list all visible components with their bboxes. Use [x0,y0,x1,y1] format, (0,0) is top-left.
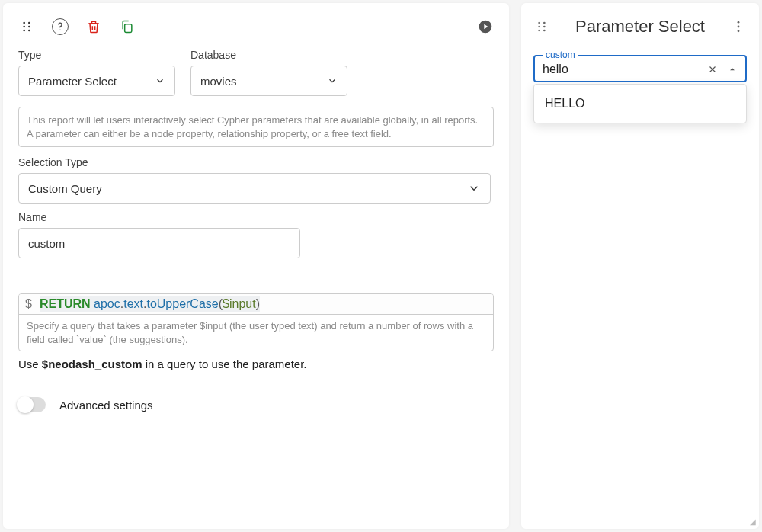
svg-point-12 [543,26,546,28]
svg-point-1 [28,22,30,24]
type-description: This report will let users interactively… [18,107,494,147]
svg-point-13 [538,30,540,32]
header-left-icons [18,18,136,35]
clear-icon[interactable] [707,64,718,75]
svg-rect-7 [125,24,132,33]
preview-panel: Parameter Select hello HELLO ◢ [521,3,759,529]
usage-hint: Use $neodash_custom in a query to use th… [18,357,494,370]
query-line[interactable]: $ RETURN apoc.text.toUpperCase($input) [19,294,493,314]
svg-point-16 [738,26,740,28]
drag-handle-icon[interactable] [18,18,35,35]
svg-point-6 [59,30,60,30]
type-select[interactable]: Parameter Select [18,66,175,96]
drag-handle-icon[interactable] [533,18,550,35]
query-editor: $ RETURN apoc.text.toUpperCase($input) S… [18,293,494,351]
svg-point-9 [538,22,540,24]
copy-icon[interactable] [119,18,136,35]
svg-point-11 [538,26,540,28]
svg-point-10 [543,22,546,24]
svg-point-2 [23,26,25,28]
help-icon[interactable] [52,18,69,35]
selection-type-field: Selection Type Custom Query [18,156,494,204]
advanced-settings-label: Advanced settings [59,399,153,412]
chevron-down-icon [155,75,165,86]
database-select[interactable]: movies [190,66,347,96]
advanced-settings-toggle[interactable] [18,397,46,412]
svg-point-14 [543,30,546,32]
type-value: Parameter Select [28,75,117,88]
database-label: Database [190,49,347,61]
name-input[interactable] [18,228,300,258]
preview-title: Parameter Select [575,17,705,37]
combobox-dropdown: HELLO [533,84,747,123]
editor-header [18,18,494,35]
svg-point-4 [23,30,25,32]
svg-point-15 [738,21,740,24]
combobox-value: hello [543,62,568,76]
prompt-symbol: $ [25,297,32,311]
trash-icon[interactable] [85,18,102,35]
query-text: RETURN apoc.text.toUpperCase($input) [40,296,260,312]
selection-type-label: Selection Type [18,156,494,168]
preview-header: Parameter Select [533,17,747,37]
selection-type-value: Custom Query [28,182,102,195]
name-field: Name [18,211,494,258]
name-label: Name [18,211,494,223]
resize-handle-icon[interactable]: ◢ [750,518,756,526]
advanced-settings-row: Advanced settings [18,397,494,431]
editor-panel: Type Parameter Select Database movies Th… [3,3,509,529]
svg-point-17 [738,30,740,32]
more-menu-icon[interactable] [730,18,747,35]
type-db-row: Type Parameter Select Database movies [18,49,494,96]
type-label: Type [18,49,175,61]
database-field: Database movies [190,49,347,96]
dropdown-option[interactable]: HELLO [534,89,746,118]
combobox-controls [707,64,738,75]
run-icon[interactable] [477,18,494,35]
chevron-down-icon [327,75,338,86]
chevron-down-icon [467,181,481,195]
section-divider [3,386,509,386]
database-value: movies [200,75,237,88]
type-field: Type Parameter Select [18,49,175,96]
svg-point-3 [28,26,30,28]
caret-up-icon[interactable] [727,64,738,75]
svg-point-0 [23,22,25,24]
parameter-combobox[interactable]: hello [533,55,747,82]
query-help-text: Specify a query that takes a parameter $… [19,314,493,351]
selection-type-select[interactable]: Custom Query [18,173,491,204]
svg-point-5 [28,30,30,32]
